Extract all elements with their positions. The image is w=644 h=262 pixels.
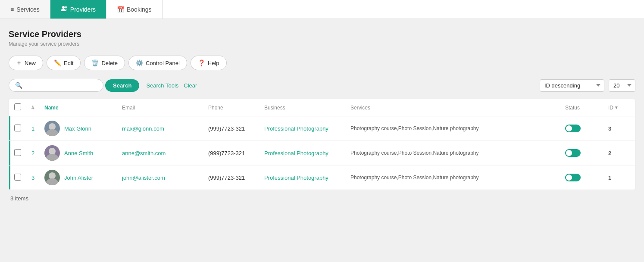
select-all-checkbox[interactable] xyxy=(14,103,21,110)
status-toggle[interactable] xyxy=(565,125,608,132)
edit-label: Edit xyxy=(64,60,73,66)
phone: (999)7723-321 xyxy=(208,175,264,181)
services-icon: ≡ xyxy=(10,6,14,13)
tab-providers-label: Providers xyxy=(70,6,96,13)
help-label: Help xyxy=(208,60,219,66)
page-subtitle: Manage your service providers xyxy=(9,41,635,47)
control-panel-label: Control Panel xyxy=(146,60,180,66)
business-link[interactable]: Professional Photography xyxy=(264,125,350,132)
email-link[interactable]: anne@smith.com xyxy=(122,150,208,156)
search-tools-link[interactable]: Search Tools xyxy=(146,82,178,89)
delete-button[interactable]: 🗑️ Delete xyxy=(84,56,125,70)
header-services: Services xyxy=(350,105,565,111)
provider-name[interactable]: Anne Smith xyxy=(64,150,93,156)
svg-point-5 xyxy=(46,154,58,161)
provider-cell: Anne Smith xyxy=(44,145,122,161)
header-num: # xyxy=(31,105,44,111)
services-text: Photography course,Photo Session,Nature … xyxy=(350,125,565,131)
row-checkbox[interactable] xyxy=(14,149,21,156)
table-row: 3 John Alister john@alister.com (999)772… xyxy=(9,165,635,190)
row-id: 2 xyxy=(608,150,630,156)
row-checkbox-col xyxy=(14,149,31,157)
email-link[interactable]: john@alister.com xyxy=(122,175,208,181)
services-text: Photography course,Photo Session,Nature … xyxy=(350,150,565,156)
business-link[interactable]: Professional Photography xyxy=(264,175,350,181)
plus-icon: ＋ xyxy=(16,59,22,67)
search-input[interactable] xyxy=(25,82,97,89)
svg-point-4 xyxy=(49,148,56,155)
business-link[interactable]: Professional Photography xyxy=(264,150,350,156)
provider-name[interactable]: Max Glonn xyxy=(64,125,91,132)
svg-point-3 xyxy=(46,129,58,136)
phone: (999)7723-321 xyxy=(208,150,264,156)
table-row: 1 Max Glonn max@glonn.com (999)7723-321 … xyxy=(9,116,635,141)
perpage-select[interactable]: 20 50 100 xyxy=(609,79,635,92)
control-panel-button[interactable]: ⚙️ Control Panel xyxy=(128,56,187,70)
row-checkbox-col xyxy=(14,174,31,182)
control-panel-icon: ⚙️ xyxy=(136,59,143,66)
header-email: Email xyxy=(122,105,208,111)
svg-point-7 xyxy=(46,178,58,185)
row-id: 3 xyxy=(608,125,630,132)
search-right: ID descending ID ascending Name A-Z Name… xyxy=(540,79,635,92)
page-title: Service Providers xyxy=(9,29,635,39)
row-checkbox-col xyxy=(14,125,31,133)
avatar xyxy=(44,170,60,185)
avatar xyxy=(44,145,60,161)
toggle-switch[interactable] xyxy=(565,174,581,181)
avatar xyxy=(44,121,60,136)
row-num: 1 xyxy=(31,125,44,132)
search-bar: 🔍 Search Search Tools Clear ID descendin… xyxy=(9,79,635,92)
svg-point-1 xyxy=(65,6,67,9)
new-button[interactable]: ＋ New xyxy=(9,56,43,70)
toggle-switch[interactable] xyxy=(565,149,581,157)
phone: (999)7723-321 xyxy=(208,125,264,132)
header-id: ID ▼ xyxy=(608,105,630,111)
clear-link[interactable]: Clear xyxy=(184,82,197,89)
search-button[interactable]: Search xyxy=(105,79,139,92)
providers-icon xyxy=(61,6,68,13)
tab-bookings-label: Bookings xyxy=(127,6,152,13)
row-checkbox[interactable] xyxy=(14,174,21,181)
data-table: # Name Email Phone Business Services Sta… xyxy=(9,99,635,190)
status-toggle[interactable] xyxy=(565,149,608,157)
sort-select[interactable]: ID descending ID ascending Name A-Z Name… xyxy=(540,79,604,92)
tab-bar: ≡ Services Providers 📅 Bookings xyxy=(0,0,644,19)
svg-point-2 xyxy=(49,123,56,130)
provider-name[interactable]: John Alister xyxy=(64,175,93,181)
help-button[interactable]: ❓ Help xyxy=(191,56,227,70)
trash-icon: 🗑️ xyxy=(91,59,99,66)
toolbar: ＋ New ✏️ Edit 🗑️ Delete ⚙️ Control Panel… xyxy=(9,56,635,70)
sort-icon: ▼ xyxy=(614,105,619,110)
header-checkbox-col xyxy=(14,103,31,112)
provider-cell: John Alister xyxy=(44,170,122,185)
header-name[interactable]: Name xyxy=(44,105,122,111)
email-link[interactable]: max@glonn.com xyxy=(122,125,208,132)
search-input-wrap: 🔍 xyxy=(9,79,103,92)
tab-services[interactable]: ≡ Services xyxy=(0,0,50,19)
table-header: # Name Email Phone Business Services Sta… xyxy=(9,99,635,116)
header-business: Business xyxy=(264,105,350,111)
edit-button[interactable]: ✏️ Edit xyxy=(47,56,81,70)
page-content: Service Providers Manage your service pr… xyxy=(0,19,644,262)
services-text: Photography course,Photo Session,Nature … xyxy=(350,175,565,181)
provider-cell: Max Glonn xyxy=(44,121,122,136)
toggle-switch[interactable] xyxy=(565,125,581,132)
new-label: New xyxy=(25,60,36,66)
table-row: 2 Anne Smith anne@smith.com (999)7723-32… xyxy=(9,141,635,165)
row-id: 1 xyxy=(608,175,630,181)
tab-bookings[interactable]: 📅 Bookings xyxy=(106,0,163,19)
status-toggle[interactable] xyxy=(565,174,608,181)
row-num: 2 xyxy=(31,150,44,156)
header-phone: Phone xyxy=(208,105,264,111)
header-status: Status xyxy=(565,105,608,111)
help-icon: ❓ xyxy=(198,59,205,66)
row-checkbox[interactable] xyxy=(14,125,21,131)
edit-icon: ✏️ xyxy=(54,59,61,66)
tab-providers[interactable]: Providers xyxy=(50,0,106,19)
svg-point-6 xyxy=(49,172,56,179)
delete-label: Delete xyxy=(101,60,118,66)
svg-point-0 xyxy=(62,6,65,9)
row-num: 3 xyxy=(31,175,44,181)
tab-services-label: Services xyxy=(16,6,40,13)
